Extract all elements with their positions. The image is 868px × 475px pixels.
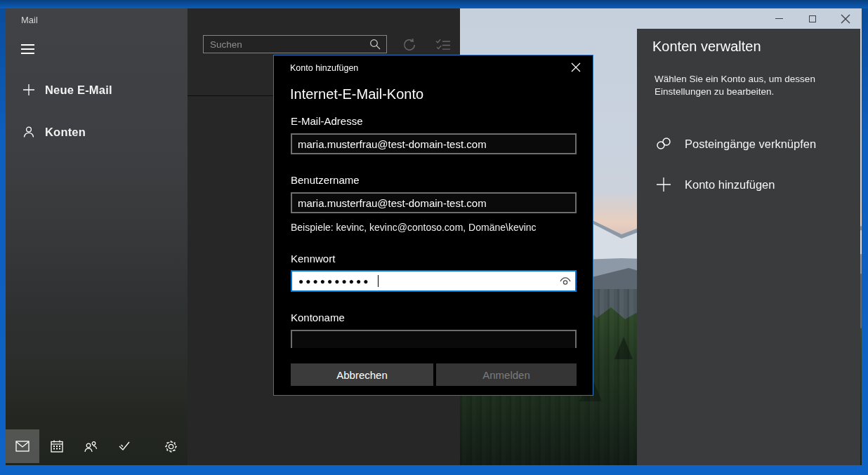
sidebar-item-label: Neue E-Mail xyxy=(45,83,112,97)
nav-mail-button[interactable] xyxy=(6,429,39,463)
window-frame-top xyxy=(0,0,868,8)
search-box xyxy=(203,35,387,53)
todo-icon xyxy=(118,441,131,452)
sidebar-item-label: Konten xyxy=(45,126,86,139)
account-name-field[interactable] xyxy=(291,330,577,348)
people-icon xyxy=(84,441,98,453)
sidebar-item-new-email[interactable]: Neue E-Mail xyxy=(6,76,188,104)
minimize-icon xyxy=(775,18,783,19)
account-name-clip xyxy=(291,330,577,348)
calendar-icon xyxy=(51,440,63,453)
panel-item-label: Konto hinzufügen xyxy=(685,178,775,192)
plus-icon xyxy=(22,83,35,96)
sidebar-item-accounts[interactable]: Konten xyxy=(6,118,188,146)
close-button[interactable] xyxy=(829,8,862,29)
manage-accounts-panel: Konten verwalten Wählen Sie ein Konto au… xyxy=(637,29,860,465)
sync-icon[interactable] xyxy=(401,38,418,52)
app-title: Mail xyxy=(21,15,38,25)
mail-app-window: Mail Neue E-Mail Konten xyxy=(6,8,862,465)
filter-icon[interactable] xyxy=(435,38,452,52)
hamburger-menu-button[interactable] xyxy=(21,44,34,54)
add-account-item[interactable]: Konto hinzufügen xyxy=(637,170,860,199)
panel-item-label: Posteingänge verknüpfen xyxy=(685,138,816,151)
eye-icon[interactable] xyxy=(559,275,572,288)
link-inboxes-item[interactable]: Posteingänge verknüpfen xyxy=(637,130,860,158)
plus-icon xyxy=(655,176,672,193)
desktop: { "window": { "app": "Mail", "controls":… xyxy=(0,0,868,475)
password-field[interactable] xyxy=(291,270,577,292)
dialog-heading: Internet-E-Mail-Konto xyxy=(290,86,423,102)
sidebar: Mail Neue E-Mail Konten xyxy=(6,8,188,465)
panel-description: Wählen Sie ein Konto aus, um dessen Eins… xyxy=(655,73,827,98)
email-field[interactable] xyxy=(291,133,577,154)
text-caret xyxy=(378,275,379,287)
mail-icon xyxy=(15,441,29,452)
account-name-label: Kontoname xyxy=(291,312,345,323)
nav-people-button[interactable] xyxy=(74,429,107,463)
dialog-close-button[interactable] xyxy=(570,62,581,73)
username-label: Benutzername xyxy=(291,174,360,186)
email-label: E-Mail-Adresse xyxy=(291,115,363,127)
person-icon xyxy=(22,126,35,138)
settings-icon xyxy=(164,440,178,453)
password-field-wrap xyxy=(291,270,577,292)
dialog-title: Konto hinzufügen xyxy=(290,63,358,73)
nav-todo-button[interactable] xyxy=(107,429,141,463)
window-controls xyxy=(763,8,862,29)
search-icon[interactable] xyxy=(369,39,381,50)
username-field[interactable] xyxy=(291,192,577,213)
link-icon xyxy=(655,135,672,152)
search-input[interactable] xyxy=(204,39,369,50)
submit-button[interactable]: Anmelden xyxy=(436,363,577,386)
password-label: Kennwort xyxy=(291,253,335,265)
nav-calendar-button[interactable] xyxy=(40,429,74,463)
close-icon xyxy=(841,14,850,24)
add-account-dialog: Konto hinzufügen Internet-E-Mail-Konto E… xyxy=(273,55,593,396)
maximize-button[interactable] xyxy=(796,8,829,29)
sidebar-bottom-nav xyxy=(6,429,188,463)
hamburger-icon xyxy=(21,44,34,46)
panel-title: Konten verwalten xyxy=(652,39,761,55)
minimize-button[interactable] xyxy=(763,8,796,29)
maximize-icon xyxy=(809,15,816,22)
username-hint: Beispiele: kevinc, kevinc@contoso.com, D… xyxy=(291,222,537,233)
cancel-button[interactable]: Abbrechen xyxy=(291,363,433,386)
nav-settings-button[interactable] xyxy=(154,429,188,463)
